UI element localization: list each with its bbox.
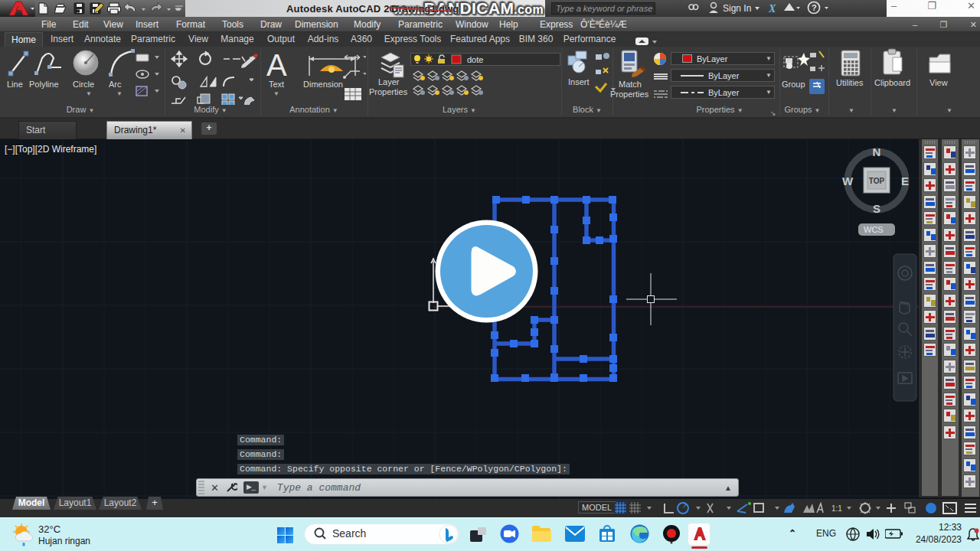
svg-text:?: ? xyxy=(812,3,817,12)
svg-text:WCS: WCS xyxy=(864,225,884,234)
svg-text:1:1: 1:1 xyxy=(831,504,842,513)
svg-text:TOP: TOP xyxy=(869,177,885,185)
svg-text:W: W xyxy=(842,174,854,187)
svg-text:X: X xyxy=(768,3,776,15)
svg-text:Sign In: Sign In xyxy=(723,3,751,14)
svg-text:A: A xyxy=(266,48,287,82)
svg-text:S: S xyxy=(873,202,880,215)
svg-text:E: E xyxy=(901,174,909,187)
svg-text:N: N xyxy=(873,145,881,158)
